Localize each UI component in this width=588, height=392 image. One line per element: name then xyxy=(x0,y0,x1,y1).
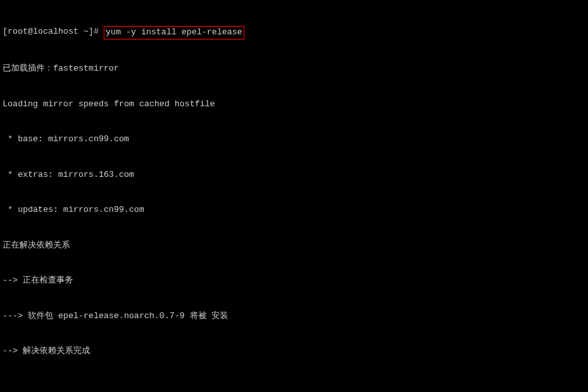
output-line: 正在解决依赖关系 xyxy=(3,240,585,251)
command-line-1: [root@localhost ~]# yum -y install epel-… xyxy=(3,26,585,39)
blank-line xyxy=(3,381,585,392)
output-line: ---> 软件包 epel-release.noarch.0.7-9 将被 安装 xyxy=(3,310,585,322)
output-line: Loading mirror speeds from cached hostfi… xyxy=(3,98,585,110)
output-line: --> 正在检查事务 xyxy=(3,275,585,286)
highlighted-command: yum -y install epel-release xyxy=(104,26,244,39)
output-line: * extras: mirrors.163.com xyxy=(3,169,585,181)
output-line: * updates: mirrors.cn99.com xyxy=(3,204,585,216)
prompt-text: [root@localhost ~]# xyxy=(3,26,104,38)
output-line: * base: mirrors.cn99.com xyxy=(3,133,585,145)
output-line: 已加载插件：fastestmirror xyxy=(3,63,585,75)
terminal-output: [root@localhost ~]# yum -y install epel-… xyxy=(3,3,585,392)
output-line: --> 解决依赖关系完成 xyxy=(3,345,585,357)
